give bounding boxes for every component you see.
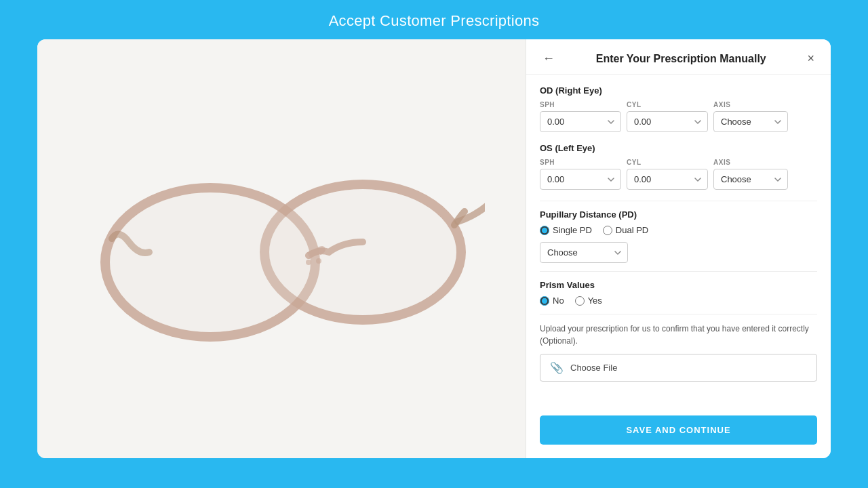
os-axis-select[interactable]: Choose 10 20 90 180 <box>713 169 788 190</box>
svg-point-4 <box>306 260 311 265</box>
pd-radio-group: Single PD Dual PD <box>540 225 817 235</box>
pd-select[interactable]: Choose 58 60 62 64 <box>540 242 628 263</box>
os-section: OS (Left Eye) SPH 0.00 -0.25 -0.50 +0.25… <box>540 143 817 190</box>
pd-label: Pupillary Distance (PD) <box>540 209 817 220</box>
os-fields-row: SPH 0.00 -0.25 -0.50 +0.25 CYL 0.00 -0.2… <box>540 159 817 190</box>
prism-section: Prism Values No Yes <box>540 280 817 306</box>
od-label: OD (Right Eye) <box>540 85 817 96</box>
form-title: Enter Your Prescription Manually <box>559 53 803 65</box>
product-image-panel <box>37 39 526 458</box>
close-button[interactable]: × <box>803 50 818 67</box>
os-sph-select[interactable]: 0.00 -0.25 -0.50 +0.25 <box>540 169 621 190</box>
single-pd-radio[interactable] <box>540 226 549 235</box>
dual-pd-option[interactable]: Dual PD <box>603 225 648 235</box>
svg-point-3 <box>269 189 456 315</box>
prism-radio-group: No Yes <box>540 296 817 306</box>
single-pd-label: Single PD <box>553 225 592 235</box>
back-button[interactable]: ← <box>538 50 559 67</box>
od-cyl-label: CYL <box>627 101 708 108</box>
os-axis-label: AXIS <box>713 159 788 166</box>
od-section: OD (Right Eye) SPH 0.00 -0.25 -0.50 +0.2… <box>540 85 817 132</box>
os-sph-label: SPH <box>540 159 621 166</box>
prism-yes-radio[interactable] <box>575 296 585 306</box>
prism-label: Prism Values <box>540 280 817 290</box>
svg-point-5 <box>316 258 321 264</box>
od-sph-group: SPH 0.00 -0.25 -0.50 +0.25 <box>540 101 621 132</box>
pd-section: Pupillary Distance (PD) Single PD Dual P… <box>540 209 817 263</box>
prescription-form-panel: ← Enter Your Prescription Manually × OD … <box>526 39 831 458</box>
form-header: ← Enter Your Prescription Manually × <box>526 39 831 75</box>
od-fields-row: SPH 0.00 -0.25 -0.50 +0.25 CYL 0.00 -0.2… <box>540 101 817 132</box>
prism-no-option[interactable]: No <box>540 296 564 306</box>
prism-yes-option[interactable]: Yes <box>575 296 602 306</box>
od-cyl-group: CYL 0.00 -0.25 -0.50 <box>627 101 708 132</box>
prism-yes-label: Yes <box>588 296 602 306</box>
upload-section: Upload your prescription for us to confi… <box>540 323 817 382</box>
os-cyl-label: CYL <box>627 159 708 166</box>
od-sph-label: SPH <box>540 101 621 108</box>
divider-1 <box>540 201 817 201</box>
upload-description: Upload your prescription for us to confi… <box>540 323 817 347</box>
dual-pd-label: Dual PD <box>616 225 648 235</box>
divider-2 <box>540 271 817 272</box>
od-sph-select[interactable]: 0.00 -0.25 -0.50 +0.25 <box>540 111 621 132</box>
od-axis-label: AXIS <box>713 101 788 108</box>
dual-pd-radio[interactable] <box>603 226 612 235</box>
os-label: OS (Left Eye) <box>540 143 817 153</box>
single-pd-option[interactable]: Single PD <box>540 225 592 235</box>
upload-area[interactable]: 📎 Choose File <box>540 354 817 382</box>
os-cyl-select[interactable]: 0.00 -0.25 -0.50 <box>627 169 708 190</box>
od-axis-group: AXIS Choose 10 20 90 180 <box>713 101 788 132</box>
choose-file-label: Choose File <box>570 363 617 373</box>
od-axis-select[interactable]: Choose 10 20 90 180 <box>713 111 788 132</box>
main-card: ← Enter Your Prescription Manually × OD … <box>37 39 831 458</box>
os-cyl-group: CYL 0.00 -0.25 -0.50 <box>627 159 708 190</box>
page-title: Accept Customer Prescriptions <box>0 0 868 39</box>
od-cyl-select[interactable]: 0.00 -0.25 -0.50 <box>627 111 708 132</box>
os-sph-group: SPH 0.00 -0.25 -0.50 +0.25 <box>540 159 621 190</box>
prism-no-label: No <box>553 296 564 306</box>
prism-no-radio[interactable] <box>540 296 549 306</box>
glasses-image <box>78 106 485 391</box>
os-axis-group: AXIS Choose 10 20 90 180 <box>713 159 788 190</box>
save-continue-button[interactable]: SAVE AND CONTINUE <box>540 415 817 445</box>
form-body: OD (Right Eye) SPH 0.00 -0.25 -0.50 +0.2… <box>526 75 831 415</box>
divider-3 <box>540 314 817 314</box>
pd-select-wrap: Choose 58 60 62 64 <box>540 242 817 263</box>
attach-icon: 📎 <box>550 361 564 374</box>
